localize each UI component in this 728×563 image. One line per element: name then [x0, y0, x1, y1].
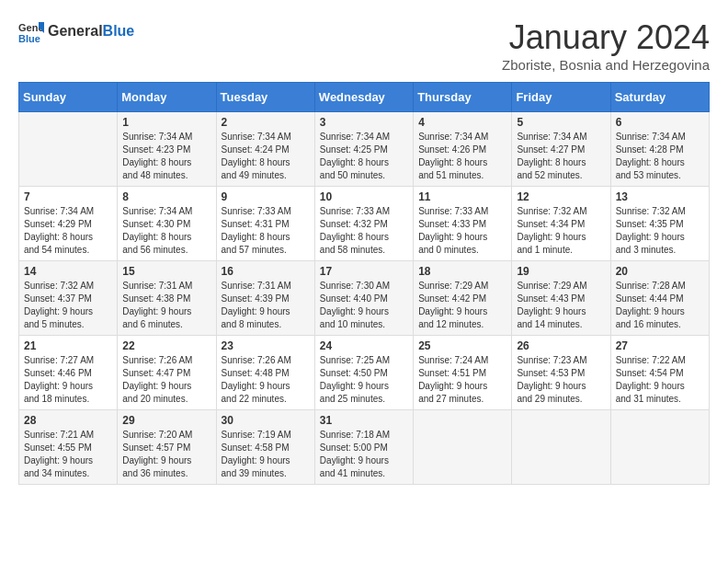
calendar-cell: 27Sunrise: 7:22 AM Sunset: 4:54 PM Dayli…	[610, 336, 709, 410]
day-info: Sunrise: 7:34 AM Sunset: 4:24 PM Dayligh…	[222, 131, 310, 182]
day-info: Sunrise: 7:34 AM Sunset: 4:26 PM Dayligh…	[418, 131, 506, 182]
weekday-header-thursday: Thursday	[414, 83, 512, 112]
weekday-header-tuesday: Tuesday	[216, 83, 314, 112]
day-info: Sunrise: 7:31 AM Sunset: 4:39 PM Dayligh…	[222, 280, 310, 331]
day-number: 16	[222, 265, 310, 278]
calendar-cell: 26Sunrise: 7:23 AM Sunset: 4:53 PM Dayli…	[512, 336, 610, 410]
day-number: 13	[616, 190, 704, 203]
day-info: Sunrise: 7:25 AM Sunset: 4:50 PM Dayligh…	[320, 354, 408, 406]
day-info: Sunrise: 7:22 AM Sunset: 4:54 PM Dayligh…	[616, 354, 704, 406]
day-info: Sunrise: 7:20 AM Sunset: 4:57 PM Dayligh…	[122, 429, 210, 480]
day-info: Sunrise: 7:18 AM Sunset: 5:00 PM Dayligh…	[320, 429, 408, 480]
calendar-cell: 18Sunrise: 7:29 AM Sunset: 4:42 PM Dayli…	[414, 261, 512, 336]
day-number: 4	[418, 116, 506, 129]
location-subtitle: Zboriste, Bosnia and Herzegovina	[502, 57, 710, 73]
calendar-cell: 2Sunrise: 7:34 AM Sunset: 4:24 PM Daylig…	[216, 112, 314, 187]
logo: General Blue GeneralBlue	[18, 18, 134, 44]
day-number: 12	[517, 190, 605, 203]
calendar-cell: 1Sunrise: 7:34 AM Sunset: 4:23 PM Daylig…	[118, 112, 216, 187]
day-number: 24	[320, 339, 408, 352]
calendar-cell: 17Sunrise: 7:30 AM Sunset: 4:40 PM Dayli…	[314, 261, 413, 336]
day-number: 19	[517, 265, 605, 278]
calendar-cell: 28Sunrise: 7:21 AM Sunset: 4:55 PM Dayli…	[19, 410, 118, 485]
day-info: Sunrise: 7:26 AM Sunset: 4:48 PM Dayligh…	[222, 354, 310, 406]
calendar-cell: 8Sunrise: 7:34 AM Sunset: 4:30 PM Daylig…	[118, 187, 216, 261]
day-number: 18	[418, 265, 506, 278]
calendar-cell: 9Sunrise: 7:33 AM Sunset: 4:31 PM Daylig…	[216, 187, 314, 261]
day-info: Sunrise: 7:29 AM Sunset: 4:42 PM Dayligh…	[418, 280, 506, 331]
logo-blue-text: Blue	[103, 23, 135, 39]
day-info: Sunrise: 7:32 AM Sunset: 4:35 PM Dayligh…	[616, 205, 704, 257]
calendar-cell: 16Sunrise: 7:31 AM Sunset: 4:39 PM Dayli…	[216, 261, 314, 336]
day-info: Sunrise: 7:34 AM Sunset: 4:30 PM Dayligh…	[122, 205, 210, 257]
day-number: 3	[320, 116, 408, 129]
calendar-cell: 29Sunrise: 7:20 AM Sunset: 4:57 PM Dayli…	[118, 410, 216, 485]
weekday-header-sunday: Sunday	[19, 83, 118, 112]
day-info: Sunrise: 7:34 AM Sunset: 4:28 PM Dayligh…	[616, 131, 704, 182]
calendar-cell: 5Sunrise: 7:34 AM Sunset: 4:27 PM Daylig…	[512, 112, 610, 187]
calendar-table: SundayMondayTuesdayWednesdayThursdayFrid…	[18, 82, 710, 485]
month-title: January 2024	[502, 18, 710, 57]
calendar-cell	[512, 410, 610, 485]
calendar-cell	[414, 410, 512, 485]
day-number: 21	[24, 339, 112, 352]
calendar-cell: 3Sunrise: 7:34 AM Sunset: 4:25 PM Daylig…	[314, 112, 413, 187]
day-number: 7	[24, 190, 112, 203]
calendar-week-row: 14Sunrise: 7:32 AM Sunset: 4:37 PM Dayli…	[19, 261, 710, 336]
day-info: Sunrise: 7:24 AM Sunset: 4:51 PM Dayligh…	[418, 354, 506, 406]
day-number: 17	[320, 265, 408, 278]
day-info: Sunrise: 7:26 AM Sunset: 4:47 PM Dayligh…	[122, 354, 210, 406]
calendar-cell: 15Sunrise: 7:31 AM Sunset: 4:38 PM Dayli…	[118, 261, 216, 336]
day-number: 31	[320, 414, 408, 427]
day-info: Sunrise: 7:34 AM Sunset: 4:25 PM Dayligh…	[320, 131, 408, 182]
weekday-header-monday: Monday	[118, 83, 216, 112]
header: General Blue GeneralBlue January 2024 Zb…	[18, 18, 710, 73]
calendar-cell: 31Sunrise: 7:18 AM Sunset: 5:00 PM Dayli…	[314, 410, 413, 485]
day-number: 11	[418, 190, 506, 203]
day-info: Sunrise: 7:19 AM Sunset: 4:58 PM Dayligh…	[222, 429, 310, 480]
day-info: Sunrise: 7:27 AM Sunset: 4:46 PM Dayligh…	[24, 354, 112, 406]
day-number: 6	[616, 116, 704, 129]
calendar-week-row: 21Sunrise: 7:27 AM Sunset: 4:46 PM Dayli…	[19, 336, 710, 410]
day-info: Sunrise: 7:32 AM Sunset: 4:34 PM Dayligh…	[517, 205, 605, 257]
calendar-cell: 4Sunrise: 7:34 AM Sunset: 4:26 PM Daylig…	[414, 112, 512, 187]
day-info: Sunrise: 7:33 AM Sunset: 4:31 PM Dayligh…	[222, 205, 310, 257]
day-number: 20	[616, 265, 704, 278]
day-number: 22	[122, 339, 210, 352]
calendar-cell: 30Sunrise: 7:19 AM Sunset: 4:58 PM Dayli…	[216, 410, 314, 485]
calendar-cell: 21Sunrise: 7:27 AM Sunset: 4:46 PM Dayli…	[19, 336, 118, 410]
calendar-cell: 13Sunrise: 7:32 AM Sunset: 4:35 PM Dayli…	[610, 187, 709, 261]
weekday-header-saturday: Saturday	[610, 83, 709, 112]
day-number: 8	[122, 190, 210, 203]
day-info: Sunrise: 7:34 AM Sunset: 4:27 PM Dayligh…	[517, 131, 605, 182]
day-number: 28	[24, 414, 112, 427]
day-info: Sunrise: 7:28 AM Sunset: 4:44 PM Dayligh…	[616, 280, 704, 331]
calendar-cell: 6Sunrise: 7:34 AM Sunset: 4:28 PM Daylig…	[610, 112, 709, 187]
calendar-week-row: 28Sunrise: 7:21 AM Sunset: 4:55 PM Dayli…	[19, 410, 710, 485]
day-number: 1	[122, 116, 210, 129]
day-number: 30	[222, 414, 310, 427]
calendar-cell: 14Sunrise: 7:32 AM Sunset: 4:37 PM Dayli…	[19, 261, 118, 336]
day-info: Sunrise: 7:32 AM Sunset: 4:37 PM Dayligh…	[24, 280, 112, 331]
calendar-week-row: 7Sunrise: 7:34 AM Sunset: 4:29 PM Daylig…	[19, 187, 710, 261]
calendar-cell: 22Sunrise: 7:26 AM Sunset: 4:47 PM Dayli…	[118, 336, 216, 410]
calendar-cell: 23Sunrise: 7:26 AM Sunset: 4:48 PM Dayli…	[216, 336, 314, 410]
logo-general-text: General	[48, 23, 103, 39]
day-number: 29	[122, 414, 210, 427]
day-info: Sunrise: 7:31 AM Sunset: 4:38 PM Dayligh…	[122, 280, 210, 331]
calendar-cell	[610, 410, 709, 485]
calendar-cell	[19, 112, 118, 187]
logo-icon: General Blue	[18, 18, 44, 44]
day-info: Sunrise: 7:33 AM Sunset: 4:32 PM Dayligh…	[320, 205, 408, 257]
calendar-cell: 25Sunrise: 7:24 AM Sunset: 4:51 PM Dayli…	[414, 336, 512, 410]
day-info: Sunrise: 7:33 AM Sunset: 4:33 PM Dayligh…	[418, 205, 506, 257]
calendar-cell: 24Sunrise: 7:25 AM Sunset: 4:50 PM Dayli…	[314, 336, 413, 410]
day-info: Sunrise: 7:23 AM Sunset: 4:53 PM Dayligh…	[517, 354, 605, 406]
day-number: 23	[222, 339, 310, 352]
day-number: 9	[222, 190, 310, 203]
day-number: 27	[616, 339, 704, 352]
day-number: 26	[517, 339, 605, 352]
svg-text:Blue: Blue	[18, 33, 40, 44]
day-info: Sunrise: 7:34 AM Sunset: 4:29 PM Dayligh…	[24, 205, 112, 257]
day-info: Sunrise: 7:30 AM Sunset: 4:40 PM Dayligh…	[320, 280, 408, 331]
